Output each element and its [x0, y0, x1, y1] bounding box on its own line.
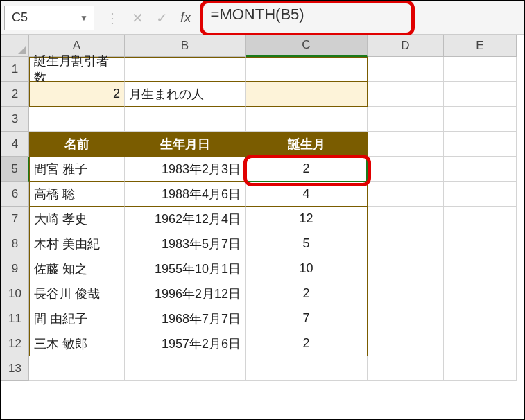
- row-header-9[interactable]: 9: [1, 256, 29, 281]
- cell-C5[interactable]: 2: [246, 157, 368, 182]
- cell-C3[interactable]: [246, 107, 368, 132]
- chevron-down-icon[interactable]: ▼: [80, 13, 88, 23]
- cell-A8[interactable]: 木村 美由紀: [29, 231, 125, 256]
- col-header-E[interactable]: E: [444, 35, 517, 57]
- cell-text: 5: [302, 236, 309, 251]
- cell-E8[interactable]: [444, 231, 517, 256]
- cell-B8[interactable]: 1983年5月7日: [125, 231, 246, 256]
- cell-text: 1996年2月12日: [155, 286, 241, 302]
- cell-D13[interactable]: [368, 356, 444, 381]
- cell-B5[interactable]: 1983年2月3日: [125, 157, 246, 182]
- row-header-3[interactable]: 3: [1, 107, 29, 132]
- cell-B12[interactable]: 1957年2月6日: [125, 331, 246, 356]
- row-header-1[interactable]: 1: [1, 57, 29, 82]
- cell-E5[interactable]: [444, 157, 517, 182]
- cell-E3[interactable]: [444, 107, 517, 132]
- cell-D1[interactable]: [368, 57, 444, 82]
- name-box[interactable]: C5 ▼: [4, 6, 94, 30]
- row-header-11[interactable]: 11: [1, 306, 29, 331]
- cell-E9[interactable]: [444, 256, 517, 281]
- cell-E12[interactable]: [444, 331, 517, 356]
- cell-D10[interactable]: [368, 281, 444, 306]
- row-header-10[interactable]: 10: [1, 281, 29, 306]
- cell-B6[interactable]: 1988年4月6日: [125, 182, 246, 207]
- cell-E6[interactable]: [444, 182, 517, 207]
- cell-B3[interactable]: [125, 107, 246, 132]
- cell-D7[interactable]: [368, 207, 444, 231]
- cell-text: 2: [302, 286, 309, 301]
- cell-C7[interactable]: 12: [246, 207, 368, 231]
- cell-E2[interactable]: [444, 82, 517, 107]
- cell-C8[interactable]: 5: [246, 231, 368, 256]
- col-header-B[interactable]: B: [125, 35, 246, 57]
- cell-B7[interactable]: 1962年12月4日: [125, 207, 246, 231]
- cell-A9[interactable]: 佐藤 知之: [29, 256, 125, 281]
- cell-E10[interactable]: [444, 281, 517, 306]
- cell-B4[interactable]: 生年月日: [125, 132, 246, 157]
- more-icon: ⋮: [105, 10, 119, 26]
- cell-A4[interactable]: 名前: [29, 132, 125, 157]
- cell-A2[interactable]: 2: [29, 82, 125, 107]
- cell-C13[interactable]: [246, 356, 368, 381]
- cell-A12[interactable]: 三木 敏郎: [29, 331, 125, 356]
- cell-A10[interactable]: 長谷川 俊哉: [29, 281, 125, 306]
- cell-A5[interactable]: 間宮 雅子: [29, 157, 125, 182]
- cell-text: 間 由紀子: [34, 310, 87, 327]
- cell-C12[interactable]: 2: [246, 331, 368, 356]
- cell-A7[interactable]: 大崎 孝史: [29, 207, 125, 231]
- cell-D5[interactable]: [368, 157, 444, 182]
- cell-D8[interactable]: [368, 231, 444, 256]
- row-header-8[interactable]: 8: [1, 231, 29, 256]
- cell-E13[interactable]: [444, 356, 517, 381]
- cell-text: 1962年12月4日: [155, 211, 241, 227]
- formula-input[interactable]: =MONTH(B5): [204, 6, 521, 30]
- cell-text: 4: [302, 186, 309, 201]
- cell-D6[interactable]: [368, 182, 444, 207]
- cell-D2[interactable]: [368, 82, 444, 107]
- cell-B11[interactable]: 1968年7月7日: [125, 306, 246, 331]
- cell-C6[interactable]: 4: [246, 182, 368, 207]
- cell-D9[interactable]: [368, 256, 444, 281]
- cell-D3[interactable]: [368, 107, 444, 132]
- cell-E4[interactable]: [444, 132, 517, 157]
- cell-E11[interactable]: [444, 306, 517, 331]
- row-header-7[interactable]: 7: [1, 207, 29, 231]
- row-header-5[interactable]: 5: [1, 157, 29, 182]
- row-header-13[interactable]: 13: [1, 356, 29, 381]
- cell-C9[interactable]: 10: [246, 256, 368, 281]
- cell-E7[interactable]: [444, 207, 517, 231]
- enter-icon[interactable]: ✓: [156, 10, 168, 26]
- cell-B1[interactable]: [125, 57, 246, 82]
- cell-B2[interactable]: 月生まれの人: [125, 82, 246, 107]
- cell-C11[interactable]: 7: [246, 306, 368, 331]
- col-header-D[interactable]: D: [368, 35, 444, 57]
- cell-A13[interactable]: [29, 356, 125, 381]
- row-header-4[interactable]: 4: [1, 132, 29, 157]
- cancel-icon[interactable]: ✕: [132, 10, 144, 26]
- cell-C2[interactable]: [246, 82, 368, 107]
- col-header-C[interactable]: C: [246, 35, 368, 57]
- select-all-corner[interactable]: [1, 35, 29, 57]
- cell-D4[interactable]: [368, 132, 444, 157]
- cell-B13[interactable]: [125, 356, 246, 381]
- row-header-12[interactable]: 12: [1, 331, 29, 356]
- spreadsheet-grid[interactable]: A B C D E 1 誕生月割引者数 2 2 月生まれの人 3 4 名前 生年…: [1, 35, 524, 381]
- cell-text: 佐藤 知之: [34, 261, 87, 277]
- row-header-6[interactable]: 6: [1, 182, 29, 207]
- cell-C1[interactable]: [246, 57, 368, 82]
- cell-C4[interactable]: 誕生月: [246, 132, 368, 157]
- cell-D11[interactable]: [368, 306, 444, 331]
- cell-D12[interactable]: [368, 331, 444, 356]
- cell-B9[interactable]: 1955年10月1日: [125, 256, 246, 281]
- cell-C10[interactable]: 2: [246, 281, 368, 306]
- cell-E1[interactable]: [444, 57, 517, 82]
- cell-A3[interactable]: [29, 107, 125, 132]
- cell-text: 月生まれの人: [129, 86, 204, 103]
- cell-A6[interactable]: 高橋 聡: [29, 182, 125, 207]
- cell-text: 2: [302, 336, 309, 351]
- fx-icon[interactable]: fx: [180, 10, 191, 26]
- cell-A11[interactable]: 間 由紀子: [29, 306, 125, 331]
- cell-A1[interactable]: 誕生月割引者数: [29, 57, 125, 82]
- row-header-2[interactable]: 2: [1, 82, 29, 107]
- cell-B10[interactable]: 1996年2月12日: [125, 281, 246, 306]
